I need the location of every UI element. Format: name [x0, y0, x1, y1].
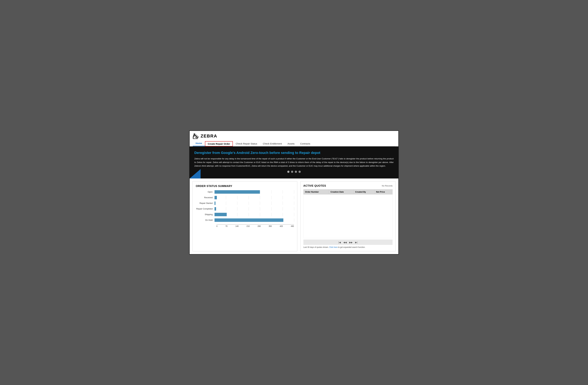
bar-container-1	[214, 196, 294, 199]
chart-row-received: Received	[196, 196, 294, 199]
bar-container-2	[214, 202, 294, 205]
grid-line	[249, 196, 249, 199]
logo-text: ZEBRA	[201, 134, 217, 138]
logo-area: ZEBRA	[193, 133, 395, 139]
x-tick-5: 350	[269, 225, 272, 227]
grid-line	[249, 202, 249, 205]
bar-container-5	[214, 218, 294, 222]
chart-bar-4	[214, 213, 227, 216]
zebra-logo-icon	[193, 133, 199, 139]
table-body	[303, 194, 392, 238]
grid-line	[294, 218, 294, 222]
chart-label-1: Received	[196, 196, 214, 199]
chart-bar-3	[214, 207, 216, 211]
grid-line	[260, 207, 260, 211]
grid-line	[271, 213, 272, 216]
main-content: ORDER STATUS SUMMARY OpenReceivedRepair …	[190, 179, 398, 254]
dot-4	[298, 171, 301, 173]
order-status-card: ORDER STATUS SUMMARY OpenReceivedRepair …	[192, 181, 297, 251]
grid-line	[294, 213, 294, 216]
bar-container-3	[214, 207, 294, 211]
chart-label-0: Open	[196, 191, 214, 193]
pagination-last-button[interactable]: ▶|	[355, 241, 358, 244]
active-quotes-title: ACTIVE QUOTES	[303, 184, 326, 187]
pagination-bar: |◀ ◀◀ ▶▶ ▶|	[303, 240, 393, 245]
nav-item-check-entitlement[interactable]: Check Entitlement	[260, 141, 285, 146]
chart-row-repair-completed: Repair Completed	[196, 207, 294, 211]
table-empty-row	[303, 194, 392, 238]
nav-item-assets[interactable]: Assets	[285, 141, 297, 146]
grid-line	[271, 190, 272, 194]
grid-line	[237, 196, 237, 199]
x-axis-labels: 070140210280350420490	[216, 225, 294, 227]
pagination-first-button[interactable]: |◀	[338, 241, 341, 244]
grid-line	[249, 213, 249, 216]
banner-body: Zebra will not be responsible for any de…	[194, 157, 394, 168]
chart-label-2: Repair Started	[196, 202, 214, 204]
dot-1	[287, 171, 290, 173]
main-frame: ZEBRA Home Create Repair Order Check Rep…	[189, 130, 399, 255]
chart-row-repair-started: Repair Started	[196, 202, 294, 205]
col-net-price: Net Price	[375, 189, 392, 194]
nav-item-check-repair-status[interactable]: Check Repair Status	[233, 141, 260, 146]
chart-area: OpenReceivedRepair StartedRepair Complet…	[196, 190, 294, 224]
active-quotes-footer: Last 30 days of quotes shown. Click here…	[303, 246, 393, 248]
grid-line	[249, 207, 249, 211]
chart-row-open: Open	[196, 190, 294, 194]
pagination-prev-button[interactable]: ◀◀	[343, 241, 347, 244]
col-creation-date: Creation Date	[329, 189, 354, 194]
active-quotes-card: ACTIVE QUOTES No Records Order Number Cr…	[300, 181, 396, 251]
active-quotes-table: Order Number Creation Date Created By Ne…	[303, 189, 393, 238]
chart-label-3: Repair Completed	[196, 208, 214, 210]
chart-label-5: On Hold	[196, 219, 214, 221]
chart-bar-1	[214, 196, 217, 199]
grid-line	[260, 196, 260, 199]
x-tick-1: 70	[225, 225, 227, 227]
banner-corner-decoration	[190, 169, 201, 179]
chart-row-shipping: Shipping	[196, 213, 294, 216]
x-tick-3: 210	[246, 225, 250, 227]
grid-line	[237, 213, 237, 216]
nav-item-home[interactable]: Home	[193, 141, 205, 146]
grid-line	[260, 202, 260, 205]
pagination-next-button[interactable]: ▶▶	[349, 241, 353, 244]
footer-text: Last 30 days of quotes shown.	[303, 246, 329, 248]
grid-line	[237, 207, 237, 211]
chart-bar-5	[214, 218, 283, 222]
nav-item-contracts[interactable]: Contracts	[297, 141, 313, 146]
grid-line	[271, 196, 272, 199]
active-quotes-no-records: No Records	[382, 185, 393, 187]
grid-line	[260, 190, 260, 194]
grid-line	[237, 202, 237, 205]
grid-line	[271, 202, 272, 205]
x-axis: 070140210280350420490	[216, 224, 294, 227]
col-created-by: Created By	[354, 189, 375, 194]
bar-container-0	[214, 190, 294, 194]
table-header: Order Number Creation Date Created By Ne…	[303, 189, 392, 194]
chart-bar-2	[214, 202, 215, 205]
grid-line	[294, 190, 294, 194]
bar-container-4	[214, 213, 294, 216]
dot-3	[295, 171, 297, 173]
banner-title: Deregister from Google's Android Zero-to…	[194, 151, 394, 155]
grid-line	[260, 213, 260, 216]
grid-line	[271, 207, 272, 211]
x-tick-0: 0	[216, 225, 217, 227]
order-status-title: ORDER STATUS SUMMARY	[196, 185, 294, 188]
table-header-row: Order Number Creation Date Created By Ne…	[303, 189, 392, 194]
chart-label-4: Shipping	[196, 213, 214, 216]
nav-bar: Home Create Repair Order Check Repair St…	[193, 141, 395, 146]
active-quotes-header: ACTIVE QUOTES No Records	[303, 184, 393, 187]
footer-link[interactable]: Click here	[329, 246, 337, 248]
x-tick-4: 280	[257, 225, 261, 227]
dot-2	[291, 171, 293, 173]
x-tick-2: 140	[235, 225, 239, 227]
grid-line	[294, 196, 294, 199]
chart-row-on-hold: On Hold	[196, 218, 294, 222]
banner-dots	[194, 171, 394, 173]
x-tick-7: 490	[291, 225, 294, 227]
chart-bar-0	[214, 190, 260, 194]
grid-line	[294, 202, 294, 205]
header: ZEBRA Home Create Repair Order Check Rep…	[190, 131, 398, 146]
nav-item-create-repair-order[interactable]: Create Repair Order	[205, 141, 233, 146]
